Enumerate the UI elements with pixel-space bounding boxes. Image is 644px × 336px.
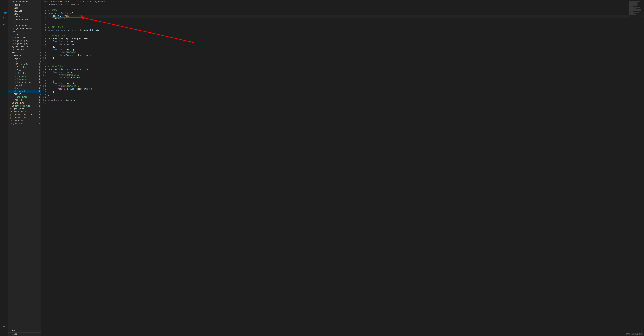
tree-file[interactable]: ▦logo192.png <box>8 39 41 42</box>
tree-file[interactable]: JScraco.config.jsU <box>8 111 41 113</box>
breadcrumb-item[interactable]: src <box>43 1 46 3</box>
tree-folder[interactable]: ▾pages● <box>8 57 41 60</box>
tree-folder[interactable]: ›xtend <box>8 4 41 7</box>
settings-gear-icon[interactable]: ⚙ <box>0 329 8 336</box>
tree-folder[interactable]: ›yargs <box>8 16 41 19</box>
tree-file[interactable]: ⚛Means.jsxU <box>8 78 41 81</box>
code-line[interactable] <box>48 63 644 65</box>
tree-folder[interactable]: ›yargs-parser <box>8 19 41 22</box>
tree-file[interactable]: ≡robots.txt <box>8 48 41 51</box>
code-line[interactable]: } <box>48 57 644 60</box>
minimap[interactable] <box>628 1 643 21</box>
sidebar-section[interactable]: ›时间线 <box>8 332 41 336</box>
tree-folder[interactable]: ›assets● <box>8 54 41 57</box>
code-line[interactable]: } <box>48 91 644 93</box>
code-line[interactable]: // 添加响应拦截器 <box>48 65 644 68</box>
tree-file[interactable]: ⚛Register.jsxU <box>8 81 41 84</box>
sidebar-section[interactable]: ›大纲 <box>8 329 41 332</box>
code-line[interactable]: const axiosOption = { <box>48 12 644 15</box>
tree-file[interactable]: ⚛App.jsxU <box>8 99 41 102</box>
breadcrumb-item[interactable]: request.js <box>63 1 74 3</box>
tree-folder[interactable]: ›y18n <box>8 7 41 10</box>
tree-file[interactable]: ⚛Error.jsxU <box>8 69 41 72</box>
code-editor[interactable]: 1234567891011121314151617181920212223242… <box>41 4 644 336</box>
breadcrumb-item[interactable]: request <box>49 1 57 3</box>
code-line[interactable]: // 对请求错误做些什么 <box>48 51 644 54</box>
account-icon[interactable]: ◯ <box>0 323 8 329</box>
code-line[interactable]: timeout: 5000, <box>48 18 644 21</box>
code-line[interactable]: return response.data; <box>48 77 644 79</box>
tree-file[interactable]: ⚛Edit.jsxU <box>8 66 41 69</box>
breadcrumb-item[interactable]: baseURL <box>98 1 106 3</box>
explorer-project-header[interactable]: ▾ CMS-MANAGEMENT <box>8 0 41 4</box>
tree-file[interactable]: JSrequest.jsU <box>8 90 41 93</box>
tree-file[interactable]: {}manifest.json <box>8 45 41 48</box>
code-line[interactable]: // 配置项 <box>48 9 644 12</box>
tree-file[interactable]: ⚛List.jsxU <box>8 72 41 75</box>
line-number: 13 <box>41 37 46 40</box>
tree-file[interactable]: ▦logo512.png <box>8 42 41 45</box>
code-line[interactable]: instance.interceptors.request.use( <box>48 37 644 40</box>
tree-file[interactable]: ⚛index.jsxU <box>8 96 41 99</box>
tree-folder[interactable]: ▾src● <box>8 51 41 54</box>
tree-folder[interactable]: ›yallist <box>8 10 41 13</box>
code-line[interactable]: const instance = axios.create(axiosOptio… <box>48 29 644 32</box>
code-line[interactable] <box>48 96 644 99</box>
code-line[interactable]: // 创建一个单例 <box>48 26 644 29</box>
tree-file[interactable]: {}package.jsonM <box>8 116 41 119</box>
code-line[interactable] <box>48 32 644 35</box>
code-lines[interactable]: import axios from "axios"; // 配置项const a… <box>48 4 644 336</box>
run-debug-icon[interactable]: ▷ <box>0 15 8 21</box>
tree-file[interactable]: JSapi.jsU <box>8 87 41 90</box>
tree-file[interactable]: ⚛Login.jsxU <box>8 75 41 78</box>
code-line[interactable] <box>48 23 644 26</box>
tree-file[interactable]: ◆.gitignore <box>8 108 41 111</box>
code-line[interactable]: }, <box>48 79 644 82</box>
code-line[interactable]: baseURL: "/api", <box>48 15 644 18</box>
tree-file[interactable]: ≡.yarn-integrity <box>8 27 41 30</box>
tree-folder[interactable]: ›yaml <box>8 13 41 16</box>
tree-file[interactable]: JSindex.jsM <box>8 102 41 105</box>
tree-folder[interactable]: ▾less● <box>8 60 41 63</box>
tree-item-label: logo192.png <box>15 39 41 42</box>
tree-file[interactable]: {}Login.lessU <box>8 63 41 66</box>
code-line[interactable]: // 对响应数据做点什么 <box>48 74 644 77</box>
tree-file[interactable]: <>index.html <box>8 36 41 39</box>
code-line[interactable]: return Promise.reject(error); <box>48 54 644 57</box>
code-line[interactable] <box>48 102 644 105</box>
code-line[interactable]: function (config) { <box>48 40 644 43</box>
code-line[interactable]: instance.interceptors.response.use( <box>48 68 644 71</box>
breadcrumb-item[interactable]: axiosOption <box>79 1 92 3</box>
tree-file[interactable]: ▾README.md <box>8 119 41 122</box>
code-line[interactable]: return Promise.reject(error); <box>48 88 644 91</box>
tree-file[interactable]: ⩍yarn.lockU <box>8 122 41 125</box>
source-control-icon[interactable]: ⑂27 <box>0 8 8 15</box>
tree-folder[interactable]: ▾router● <box>8 93 41 96</box>
breadcrumbs[interactable]: src›request›JS request.js›⊙ axiosOption›… <box>41 0 644 4</box>
code-line[interactable]: }; <box>48 21 644 23</box>
code-line[interactable]: function (error) { <box>48 49 644 51</box>
code-line[interactable]: function (response) { <box>48 71 644 74</box>
code-line[interactable]: // 对响应错误做点什么 <box>48 85 644 88</box>
search-icon[interactable]: ⌕ <box>0 1 8 8</box>
file-tree[interactable]: ›xtend›y18n›yallist›yaml›yargs›yargs-par… <box>8 4 41 329</box>
code-line[interactable]: ); <box>48 93 644 96</box>
chevron-right-icon: › <box>9 330 12 332</box>
tree-file[interactable]: ★favicon.ico <box>8 33 41 36</box>
code-line[interactable]: ); <box>48 60 644 63</box>
tree-folder[interactable]: ▾request● <box>8 84 41 87</box>
extensions-icon[interactable]: ⊞ <box>0 21 8 28</box>
code-line[interactable]: import axios from "axios"; <box>48 4 644 7</box>
tree-file[interactable]: JSsetupProxy.jsU <box>8 105 41 108</box>
code-line[interactable] <box>48 7 644 9</box>
code-line[interactable]: function (error) { <box>48 82 644 85</box>
code-line[interactable]: return config; <box>48 43 644 46</box>
chevron-down-icon: ▾ <box>14 60 16 63</box>
tree-folder[interactable]: ▾public <box>8 30 41 33</box>
code-line[interactable]: // 添加请求拦截器 <box>48 35 644 37</box>
tree-file[interactable]: {}package-lock.jsonM <box>8 113 41 116</box>
tree-folder[interactable]: ›yn <box>8 22 41 25</box>
code-line[interactable]: }, <box>48 46 644 49</box>
tree-folder[interactable]: ›yocto-queue <box>8 25 41 27</box>
code-line[interactable]: export default instance; <box>48 99 644 102</box>
